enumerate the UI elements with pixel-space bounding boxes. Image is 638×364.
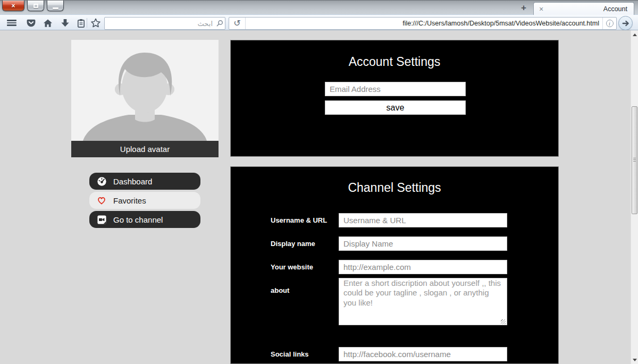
tab-account[interactable]: × Account — [533, 2, 634, 15]
window-close-button[interactable]: × — [2, 1, 24, 11]
search-input[interactable] — [105, 18, 214, 29]
site-identity-button[interactable]: i — [602, 18, 616, 29]
browser-toolbar: ↺ i — [0, 15, 638, 30]
sidebar-item-dashboard[interactable]: Dashboard — [89, 173, 200, 190]
upload-avatar-button[interactable]: Upload avatar — [71, 141, 219, 157]
display-name-field[interactable] — [339, 236, 507, 251]
restore-icon — [33, 4, 38, 8]
close-icon: × — [11, 3, 15, 9]
scroll-up-button[interactable] — [631, 30, 638, 39]
scroll-up-icon — [633, 33, 637, 36]
email-field[interactable] — [325, 82, 466, 96]
channel-settings-panel: Channel Settings Username & URL Display … — [230, 166, 559, 364]
vertical-scrollbar[interactable] — [631, 30, 638, 364]
menu-item-label: Dashboard — [113, 177, 152, 186]
sidebar-item-favorites[interactable]: Favorites — [89, 192, 200, 209]
video-channel-icon — [96, 214, 107, 225]
tab-close-icon[interactable]: × — [539, 5, 543, 13]
about-textarea[interactable] — [339, 278, 507, 325]
window-controls: × — [2, 1, 64, 11]
username-url-label: Username & URL — [271, 216, 327, 224]
minimize-icon — [53, 7, 58, 9]
save-button[interactable]: save — [325, 100, 466, 115]
social-links-field[interactable] — [339, 347, 507, 361]
scrollbar-grip-icon — [633, 158, 636, 162]
search-box[interactable] — [104, 17, 225, 30]
pocket-icon[interactable] — [24, 16, 38, 29]
info-icon: i — [606, 20, 614, 27]
dashboard-gauge-icon — [96, 176, 107, 187]
website-field[interactable] — [339, 260, 507, 274]
avatar-placeholder-image — [71, 40, 219, 141]
sidebar-item-go-to-channel[interactable]: Go to channel — [89, 211, 200, 228]
window-minimize-button[interactable] — [47, 1, 64, 11]
page-content: Upload avatar Dashboard — [0, 30, 638, 364]
reload-icon[interactable]: ↺ — [229, 18, 246, 29]
url-bar[interactable]: ↺ i — [229, 17, 617, 30]
url-input[interactable] — [246, 20, 602, 27]
tab-title: Account — [543, 5, 634, 13]
back-arrow-button[interactable] — [618, 16, 633, 30]
about-label: about — [271, 286, 289, 294]
website-label: Your website — [271, 263, 313, 271]
heart-icon — [96, 195, 107, 206]
upload-avatar-label: Upload avatar — [120, 145, 170, 154]
sidebar-menu: Dashboard Favorites — [89, 173, 200, 230]
home-icon[interactable] — [41, 16, 55, 29]
new-tab-button[interactable]: + — [517, 4, 530, 13]
scroll-down-button[interactable] — [631, 355, 638, 364]
username-url-field[interactable] — [339, 213, 507, 227]
menu-hamburger-icon[interactable] — [4, 16, 19, 29]
bookmark-star-icon[interactable] — [89, 16, 103, 29]
menu-item-label: Favorites — [113, 196, 146, 205]
scroll-down-icon — [633, 359, 637, 361]
account-settings-panel: Account Settings save — [230, 40, 559, 157]
channel-settings-title: Channel Settings — [231, 167, 558, 195]
textarea-resize-grip-icon[interactable] — [501, 319, 506, 324]
account-settings-title: Account Settings — [231, 40, 558, 69]
window-restore-button[interactable] — [27, 1, 44, 11]
browser-window: × + × Account — [0, 0, 638, 364]
download-icon[interactable] — [58, 16, 72, 29]
search-icon[interactable] — [214, 19, 225, 28]
avatar-card: Upload avatar — [71, 40, 219, 157]
window-titlebar: × + × Account — [0, 0, 638, 15]
scrollbar-thumb[interactable] — [632, 106, 637, 214]
menu-item-label: Go to channel — [113, 215, 163, 224]
toolbar-separator — [87, 18, 87, 28]
arrow-right-icon — [622, 19, 630, 28]
social-links-label: Social links — [271, 350, 309, 358]
display-name-label: Display name — [271, 240, 315, 248]
clipboard-icon[interactable] — [74, 16, 88, 29]
